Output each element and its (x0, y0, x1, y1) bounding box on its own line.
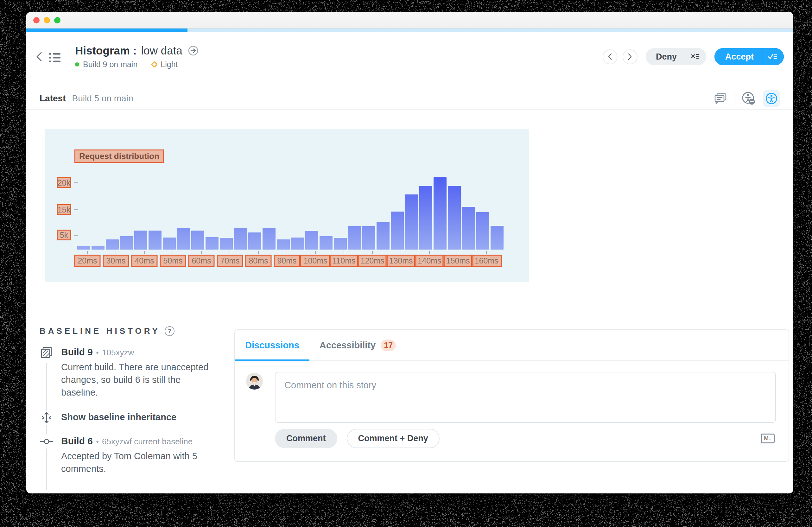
histogram-bar (348, 226, 361, 250)
histogram-bar (91, 246, 104, 250)
baseline-history-timeline: Build 9●105xyzwCurrent build. There are … (40, 347, 230, 488)
accessibility-on-icon (765, 92, 778, 105)
histogram-bar (191, 231, 204, 250)
deny-button[interactable]: Deny (646, 48, 685, 65)
comments-icon (714, 93, 727, 104)
x-axis-tick (287, 251, 287, 254)
baseline-history-title: BASELINE HISTORY (40, 326, 160, 336)
x-axis-label: 110ms (329, 255, 359, 267)
accept-batch-button[interactable] (762, 48, 784, 65)
accept-button-group: Accept (714, 48, 784, 65)
commit-icon (40, 435, 54, 449)
x-axis-label: 70ms (217, 255, 243, 267)
x-axis-label: 130ms (386, 255, 416, 267)
inheritance-icon (40, 411, 54, 425)
chevron-left-icon (35, 51, 43, 62)
x-axis-tick (486, 251, 487, 254)
histogram-bar (134, 231, 147, 250)
comment-button[interactable]: Comment (275, 429, 337, 448)
histogram-bar (163, 237, 176, 250)
discussion-card: DiscussionsAccessibility17 Comment Comme… (234, 330, 789, 462)
y-axis-label: 5k (57, 230, 71, 240)
story-list-button[interactable] (47, 50, 62, 63)
tab-label: Discussions (245, 340, 299, 351)
comments-toggle-button[interactable] (714, 93, 727, 104)
x-axis-label: 140ms (414, 255, 445, 267)
histogram-bar (106, 239, 119, 250)
histogram-bar (334, 238, 347, 250)
story-header: Histogram : low data Build 9 on main Lig… (34, 44, 784, 69)
histogram-bar (434, 177, 447, 250)
x-axis-tick (401, 251, 401, 254)
x-axis-tick (315, 251, 316, 254)
histogram-bar (405, 194, 418, 250)
build-title[interactable]: Build 9●105xyzw (61, 347, 230, 357)
x-axis-label: 160ms (471, 255, 502, 267)
histogram-bar (320, 236, 333, 250)
build-description: Accepted by Tom Coleman with 5 comments. (61, 450, 213, 475)
y-axis-label: 15k (57, 204, 71, 215)
toolbar-divider (734, 91, 735, 106)
y-axis-label: 20k (57, 177, 71, 188)
theme-label: Light (161, 60, 178, 69)
composer-actions: Comment Comment + Deny M↓ (275, 429, 774, 448)
arrow-right-circle-icon (188, 46, 198, 56)
minimize-window-button[interactable] (44, 17, 50, 24)
window-titlebar (26, 12, 793, 29)
accessibility-off-icon (741, 91, 756, 106)
theme-diamond-icon (151, 61, 158, 68)
zoom-window-button[interactable] (54, 17, 60, 24)
histogram-bar (248, 233, 261, 250)
comment-deny-button[interactable]: Comment + Deny (347, 429, 439, 448)
back-button[interactable] (34, 50, 45, 63)
meta-bullet: ● (96, 350, 99, 355)
x-axis-tick (144, 251, 145, 254)
x-axis-label: 50ms (160, 255, 186, 267)
chevron-right-icon (627, 53, 633, 60)
next-change-button[interactable] (623, 49, 638, 64)
histogram-bar (419, 186, 432, 250)
y-axis-tick (74, 182, 78, 184)
show-baseline-inheritance-link[interactable]: Show baseline inheritance (61, 412, 176, 422)
y-axis-tick (74, 235, 78, 236)
accessibility-on-button[interactable] (763, 90, 780, 107)
accessibility-off-button[interactable] (741, 91, 756, 106)
histogram-bar (462, 207, 475, 250)
build-description: Current build. There are unaccepted chan… (61, 361, 213, 399)
markdown-supported-icon: M↓ (761, 434, 774, 443)
page-title: Histogram : low data (75, 44, 200, 57)
histogram-bar (148, 231, 161, 250)
histogram-bar (377, 222, 390, 250)
histogram-bar (77, 246, 90, 250)
histogram-bar (476, 212, 489, 250)
snapshot-toolbar: Latest Build 5 on main (26, 88, 793, 109)
x-axis-label: 80ms (245, 255, 271, 267)
component-name: Histogram : (75, 44, 136, 57)
issue-count-badge: 17 (381, 339, 396, 351)
discussion-tabs: DiscussionsAccessibility17 (235, 330, 788, 361)
x-axis-label: 60ms (188, 255, 214, 267)
histogram-bar (263, 228, 276, 250)
tab-discussions[interactable]: Discussions (235, 330, 309, 361)
comment-input[interactable] (275, 372, 776, 423)
prev-change-button[interactable] (603, 49, 618, 64)
deny-batch-button[interactable] (685, 48, 706, 65)
baseline-build-item: Build 9●105xyzwCurrent build. There are … (40, 347, 230, 399)
tab-accessibility[interactable]: Accessibility17 (309, 330, 406, 361)
x-axis-label: 100ms (300, 255, 331, 267)
go-to-story-button[interactable] (187, 44, 200, 57)
x-axis-tick (201, 251, 202, 254)
help-icon[interactable]: ? (165, 326, 174, 336)
baseline-build-item: Build 6●65xyzwf current baselineAccepted… (40, 436, 230, 475)
close-window-button[interactable] (33, 17, 40, 24)
user-avatar-image (246, 373, 263, 390)
x-axis-tick (372, 251, 373, 254)
build-title[interactable]: Build 6●65xyzwf current baseline (61, 436, 230, 447)
accept-button[interactable]: Accept (714, 48, 762, 65)
x-axis-tick (258, 251, 259, 254)
x-axis-tick (173, 251, 173, 254)
histogram-bar (177, 228, 190, 250)
avatar (246, 373, 263, 390)
tab-label: Accessibility (320, 340, 376, 351)
histogram-bar (120, 236, 133, 250)
